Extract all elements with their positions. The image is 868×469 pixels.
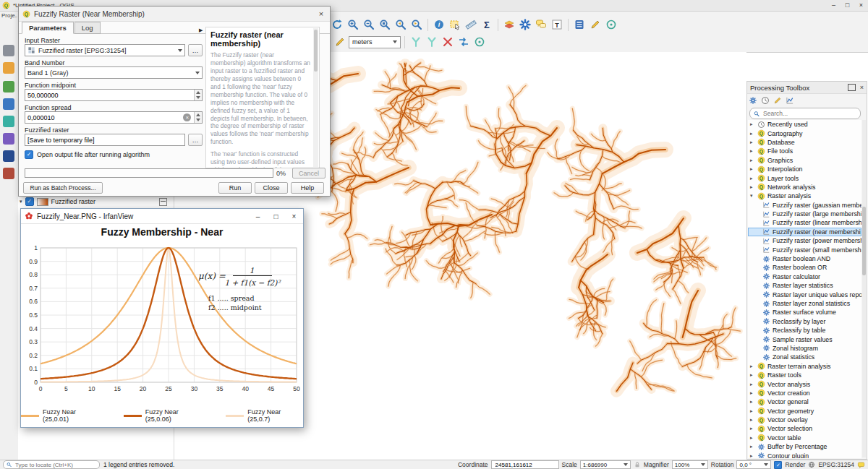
refresh-icon[interactable] <box>330 17 344 32</box>
zoom-next-icon[interactable] <box>409 17 424 32</box>
toolbox-algorithm[interactable]: Reclassify by table <box>748 326 861 335</box>
toolbox-algorithm[interactable]: Zonal histogram <box>748 344 861 353</box>
data-source-manager-icon[interactable] <box>3 45 14 56</box>
input-raster-combo[interactable]: Fuzzified raster [EPSG:31254] <box>25 44 185 56</box>
python-console-icon[interactable] <box>572 17 587 32</box>
zoom-in-icon[interactable] <box>346 17 360 32</box>
close-panel-icon[interactable]: × <box>860 84 864 91</box>
locate-input[interactable] <box>14 461 96 469</box>
toolbox-group[interactable]: ▸Vector creation <box>748 389 861 397</box>
clear-value-icon[interactable]: × <box>183 113 191 121</box>
rotation-box[interactable]: 0,0 ° <box>736 460 771 469</box>
tab-parameters[interactable]: Parameters <box>22 22 74 34</box>
coordinate-input[interactable] <box>494 461 556 469</box>
layer-checkbox[interactable]: ✓ <box>25 197 34 206</box>
toolbox-group[interactable]: ▸Vector general <box>748 397 861 406</box>
snapping-vertex-icon[interactable] <box>425 35 439 49</box>
scrollbar-thumb[interactable] <box>862 207 866 275</box>
results-viewer-icon[interactable] <box>786 96 794 105</box>
locate-box[interactable] <box>3 460 100 469</box>
toolbox-algorithm[interactable]: Raster boolean OR <box>748 263 861 272</box>
topology-icon[interactable] <box>472 35 487 49</box>
toolbox-group[interactable]: ▸Raster terrain analysis <box>748 362 861 371</box>
dialog-close-icon[interactable]: × <box>312 9 330 18</box>
lock-icon[interactable] <box>634 461 641 468</box>
toolbox-algorithm[interactable]: Zonal statistics <box>748 353 861 361</box>
open-output-checkbox[interactable]: ✓ <box>25 150 33 159</box>
layer-item[interactable]: ▾ ✓ Fuzzified raster <box>20 197 171 207</box>
close-icon[interactable]: × <box>854 0 868 11</box>
scrollbar-thumb[interactable] <box>314 30 318 72</box>
render-checkbox[interactable]: ✓ <box>774 461 782 469</box>
spin-up-icon[interactable] <box>196 113 200 116</box>
output-browse-button[interactable]: … <box>188 134 203 146</box>
scale-combo[interactable]: 1:686990 <box>580 460 631 469</box>
toolbox-group[interactable]: ▸Graphics <box>748 156 861 165</box>
toolbox-search[interactable] <box>749 108 861 119</box>
new-virtual-layer-icon[interactable] <box>3 133 14 145</box>
output-field[interactable] <box>25 134 185 146</box>
band-combo[interactable]: Band 1 (Gray) <box>25 66 203 79</box>
dialog-title-bar[interactable]: Fuzzify Raster (Near Membership) × <box>19 7 330 22</box>
toolbox-group[interactable]: ▸Recently used <box>748 120 861 129</box>
units-combo[interactable]: meters <box>349 36 401 48</box>
collapse-help-icon[interactable]: ▶ <box>199 27 203 33</box>
layers-icon[interactable] <box>502 17 516 32</box>
text-annotation-icon[interactable] <box>550 17 564 32</box>
zoom-out-icon[interactable] <box>362 17 376 32</box>
toolbox-group[interactable]: ▸Interpolation <box>748 165 861 173</box>
toolbox-algorithm[interactable]: Raster surface volume <box>748 308 861 317</box>
toolbox-options-icon[interactable] <box>749 96 757 105</box>
minimize-icon[interactable]: – <box>827 0 841 11</box>
toolbox-group[interactable]: ▸Layer tools <box>748 173 861 182</box>
toolbox-scrollbar[interactable] <box>862 120 866 457</box>
measure-icon[interactable] <box>464 17 478 32</box>
toolbox-group[interactable]: ▸Vector analysis <box>748 379 861 388</box>
new-geopackage-icon[interactable] <box>3 62 14 74</box>
toolbox-algorithm[interactable]: Fuzzify raster (linear membership) <box>748 218 861 227</box>
float-panel-icon[interactable] <box>848 84 856 91</box>
maximize-icon[interactable]: □ <box>267 210 285 223</box>
toolbox-group[interactable]: ▸Vector geometry <box>748 407 861 416</box>
spin-buttons[interactable] <box>194 90 202 100</box>
toolbox-algorithm[interactable]: Raster layer statistics <box>748 281 861 290</box>
toolbox-group[interactable]: ▸Buffer by Percentage <box>748 442 861 451</box>
irfanview-title-bar[interactable]: Fuzzify_Near.PNG - IrfanView – □ × <box>21 209 303 224</box>
toolbox-algorithm[interactable]: Fuzzify raster (power membership) <box>748 236 861 245</box>
help-scrollbar[interactable] <box>313 28 318 167</box>
toolbox-group[interactable]: ▸Raster tools <box>748 371 861 379</box>
toolbox-group[interactable]: ▸Vector selection <box>748 424 861 433</box>
toolbox-group[interactable]: ▸Contour plugin <box>748 451 861 458</box>
spin-up-icon[interactable] <box>196 91 200 94</box>
current-edits-icon[interactable] <box>333 35 347 49</box>
select-features-icon[interactable] <box>448 17 462 32</box>
spin-buttons[interactable] <box>194 112 202 123</box>
toolbox-group[interactable]: ▾Raster analysis <box>748 192 861 200</box>
batch-button[interactable]: Run as Batch Process... <box>23 182 103 194</box>
identify-icon[interactable] <box>432 17 446 32</box>
toolbox-group[interactable]: ▸Network analysis <box>748 183 861 192</box>
collapse-all-icon[interactable] <box>159 198 167 206</box>
toolbox-group[interactable]: ▸Cartography <box>748 129 861 137</box>
spread-input[interactable] <box>27 114 180 121</box>
toolbox-algorithm[interactable]: Fuzzify raster (small membership) <box>748 245 861 254</box>
midpoint-input[interactable] <box>27 92 191 99</box>
statistics-icon[interactable] <box>480 17 494 32</box>
maximize-icon[interactable]: □ <box>841 0 854 11</box>
close-button[interactable]: Close <box>255 182 288 194</box>
style-manager-icon[interactable] <box>3 168 14 179</box>
snapping-intersection-icon[interactable] <box>441 35 455 49</box>
spin-down-icon[interactable] <box>196 96 200 99</box>
toolbox-algorithm[interactable]: Raster boolean AND <box>748 254 861 263</box>
toolbox-algorithm[interactable]: Fuzzify raster (near membership) <box>748 228 861 236</box>
midpoint-spinbox[interactable] <box>25 89 203 101</box>
wms-layer-icon[interactable] <box>3 150 14 162</box>
run-button[interactable]: Run <box>218 182 252 194</box>
toolbox-algorithm[interactable]: Fuzzify raster (large membership) <box>748 210 861 218</box>
input-raster-browse-button[interactable]: … <box>188 44 203 56</box>
zoom-full-icon[interactable] <box>378 17 392 32</box>
tracing-icon[interactable] <box>604 17 618 32</box>
snapping-guide-icon[interactable] <box>409 35 423 49</box>
toolbox-algorithm[interactable]: Reclassify by layer <box>748 317 861 326</box>
toolbox-group[interactable]: ▸Vector table <box>748 434 861 442</box>
